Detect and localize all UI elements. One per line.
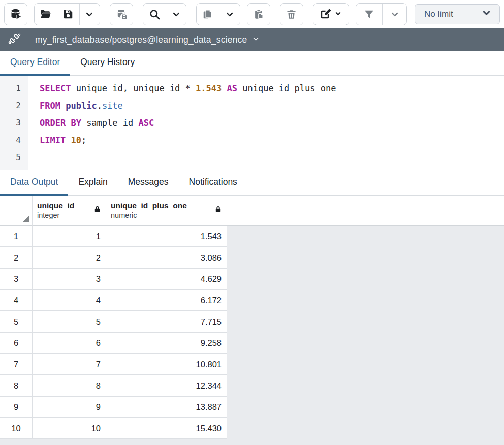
column-header-unique_id_plus_one[interactable]: unique_id_plus_onenumeric [106,196,227,226]
tab-query-editor[interactable]: Query Editor [0,51,70,76]
chevron-down-icon [171,9,181,19]
save-data-changes-button[interactable] [110,4,133,25]
column-type: numeric [111,211,212,220]
data-grid: unique_idintegerunique_id_plus_onenumeri… [0,196,504,445]
paste-button[interactable] [247,4,270,25]
paste-button-group [247,3,270,25]
row-number-cell[interactable]: 8 [0,375,33,397]
find-button-group [143,3,186,25]
line-number: 4 [0,132,28,149]
row-number-cell[interactable]: 4 [0,290,33,311]
row-number-cell[interactable]: 2 [0,247,33,269]
cell-unique-id[interactable]: 2 [33,247,106,269]
row-number-cell[interactable]: 7 [0,354,33,375]
copy-button[interactable] [197,4,219,25]
open-file-button[interactable] [35,4,57,25]
cell-unique-id[interactable]: 6 [33,333,106,354]
cell-unique-id-plus-one[interactable]: 10.801 [106,354,227,375]
connection-name: my_first_database/postgres@learning_data… [35,35,247,45]
cell-unique-id-plus-one[interactable]: 4.629 [106,269,227,290]
tab-notifications[interactable]: Notifications [179,170,247,196]
line-number: 3 [0,114,28,132]
grid-background-filler [227,226,504,439]
cell-unique-id-plus-one[interactable]: 9.258 [106,333,227,354]
query-toolbar: No limit [0,0,504,28]
edit-button-group [313,3,350,25]
database-arrow-icon [10,8,22,20]
row-number-cell[interactable]: 10 [0,418,33,439]
sql-editor[interactable]: 12345 SELECT unique_id, unique_id * 1.54… [0,76,504,170]
cell-unique-id-plus-one[interactable]: 1.543 [106,226,227,247]
chevron-down-icon [84,9,94,19]
cell-unique-id[interactable]: 1 [33,226,106,247]
row-number-cell[interactable]: 9 [0,397,33,418]
editor-gutter: 12345 [0,76,28,170]
sql-line [40,149,504,166]
cell-unique-id-plus-one[interactable]: 3.086 [106,247,227,269]
select-all-cell[interactable] [0,196,33,226]
lock-icon [214,205,222,215]
cell-unique-id[interactable]: 5 [33,311,106,333]
find-button[interactable] [143,4,166,25]
column-name: unique_id [37,201,91,211]
delete-button[interactable] [280,4,303,25]
save-floppy-icon [62,9,74,20]
connection-bar: my_first_database/postgres@learning_data… [0,28,504,51]
editor-tabbar: Query EditorQuery History [0,51,504,76]
line-number: 1 [0,80,28,97]
tab-explain[interactable]: Explain [68,170,117,196]
cell-unique-id[interactable]: 4 [33,290,106,311]
chevron-down-icon [252,35,260,45]
row-number-cell[interactable]: 5 [0,311,33,333]
column-type: integer [37,211,91,220]
copy-options-button[interactable] [219,4,239,25]
save-options-button[interactable] [79,4,100,25]
edit-pencil-icon [320,8,332,21]
sql-line: FROM public.site [40,97,504,114]
row-number-cell[interactable]: 3 [0,269,33,290]
find-options-button[interactable] [166,4,186,25]
cell-unique-id-plus-one[interactable]: 12.344 [106,375,227,397]
tab-data-output[interactable]: Data Output [0,170,68,196]
filter-funnel-icon [363,9,375,20]
copy-icon [202,9,213,20]
paste-icon [253,9,264,20]
filter-button[interactable] [356,4,382,25]
cell-unique-id[interactable]: 9 [33,397,106,418]
cell-unique-id-plus-one[interactable]: 6.172 [106,290,227,311]
cell-unique-id-plus-one[interactable]: 7.715 [106,311,227,333]
filter-options-button[interactable] [382,4,406,25]
cell-unique-id[interactable]: 3 [33,269,106,290]
row-number-cell[interactable]: 6 [0,333,33,354]
cell-unique-id[interactable]: 8 [33,375,106,397]
cell-unique-id[interactable]: 7 [33,354,106,375]
connection-selector[interactable]: my_first_database/postgres@learning_data… [35,35,260,45]
folder-open-icon [40,8,52,20]
delete-button-group [280,3,303,25]
copy-button-group [196,3,240,25]
editor-code[interactable]: SELECT unique_id, unique_id * 1.543 AS u… [28,76,504,170]
row-limit-select[interactable]: No limit [415,4,500,24]
chevron-down-icon [482,8,491,20]
edit-button[interactable] [313,4,349,25]
line-number: 2 [0,97,28,114]
save-file-button[interactable] [57,4,79,25]
line-number: 5 [0,149,28,166]
query-tool-button-group [4,3,27,25]
lock-icon [93,205,101,215]
column-name: unique_id_plus_one [111,201,212,211]
save-data-group [110,3,133,25]
filter-button-group [356,3,407,25]
cell-unique-id-plus-one[interactable]: 13.887 [106,397,227,418]
query-tool-button[interactable] [5,4,27,25]
tab-query-history[interactable]: Query History [70,51,145,76]
output-tabbar: Data OutputExplainMessagesNotifications [0,170,504,196]
file-button-group [34,3,100,25]
cell-unique-id[interactable]: 10 [33,418,106,439]
tab-messages[interactable]: Messages [118,170,179,196]
sql-line: SELECT unique_id, unique_id * 1.543 AS u… [40,80,504,97]
row-number-cell[interactable]: 1 [0,226,33,247]
cell-unique-id-plus-one[interactable]: 15.430 [106,418,227,439]
search-icon [149,9,161,20]
column-header-unique_id[interactable]: unique_idinteger [33,196,106,226]
